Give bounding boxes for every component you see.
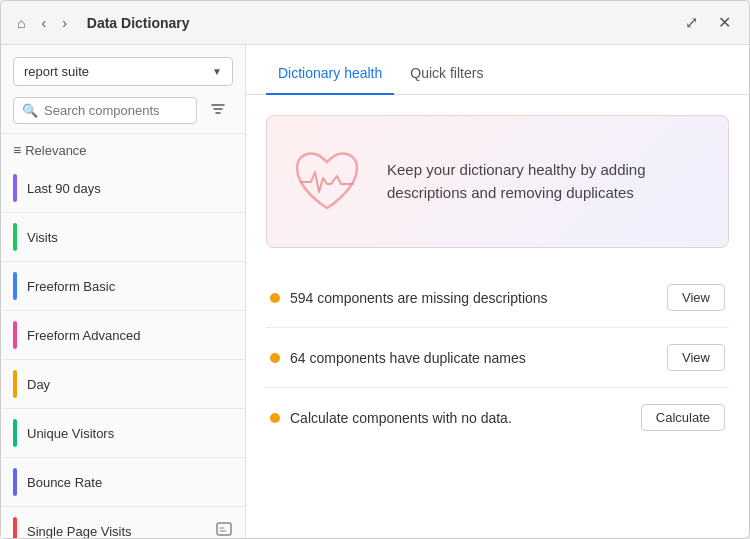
status-dot — [270, 413, 280, 423]
sidebar: report suite ▼ 🔍 — [1, 45, 246, 538]
home-icon: ⌂ — [17, 15, 25, 31]
sort-row: ≡ Relevance — [1, 134, 245, 164]
check-left: Calculate components with no data. — [270, 410, 512, 426]
resize-button[interactable]: ⤢ — [679, 11, 704, 34]
status-dot — [270, 353, 280, 363]
list-item[interactable]: Single Page Visits — [1, 507, 245, 538]
list-item[interactable]: Day — [1, 360, 245, 409]
check-action-button[interactable]: Calculate — [641, 404, 725, 431]
back-button[interactable]: ‹ — [37, 13, 50, 33]
color-bar — [13, 321, 17, 349]
title-bar-left: ⌂ ‹ › Data Dictionary — [13, 13, 190, 33]
list-item[interactable]: Freeform Basic — [1, 262, 245, 311]
search-row: 🔍 — [13, 96, 233, 125]
main-content: report suite ▼ 🔍 — [1, 45, 749, 538]
check-label: Calculate components with no data. — [290, 410, 512, 426]
panel-body: Keep your dictionary healthy by adding d… — [246, 95, 749, 538]
svg-rect-0 — [217, 523, 231, 535]
sort-icon: ≡ — [13, 142, 21, 158]
list-item[interactable]: Unique Visitors — [1, 409, 245, 458]
check-item: 594 components are missing descriptions … — [266, 268, 729, 328]
right-panel: Dictionary healthQuick filters Keep your… — [246, 45, 749, 538]
health-banner-text: Keep your dictionary healthy by adding d… — [387, 159, 708, 204]
item-label: Freeform Basic — [27, 279, 233, 294]
checks-list: 594 components are missing descriptions … — [266, 268, 729, 447]
tab-dictionary-health[interactable]: Dictionary health — [266, 51, 394, 95]
color-bar — [13, 517, 17, 538]
item-label: Visits — [27, 230, 233, 245]
check-item: 64 components have duplicate names View — [266, 328, 729, 388]
item-label: Freeform Advanced — [27, 328, 233, 343]
search-input[interactable] — [44, 103, 188, 118]
list-item[interactable]: Freeform Advanced — [1, 311, 245, 360]
tab-quick-filters[interactable]: Quick filters — [398, 51, 495, 95]
report-suite-label: report suite — [24, 64, 89, 79]
item-badge — [215, 520, 233, 538]
color-bar — [13, 419, 17, 447]
item-label: Bounce Rate — [27, 475, 233, 490]
check-action-button[interactable]: View — [667, 344, 725, 371]
close-button[interactable]: ✕ — [712, 11, 737, 34]
search-icon: 🔍 — [22, 103, 38, 118]
list-item[interactable]: Bounce Rate — [1, 458, 245, 507]
search-box: 🔍 — [13, 97, 197, 124]
check-item: Calculate components with no data. Calcu… — [266, 388, 729, 447]
color-bar — [13, 370, 17, 398]
title-bar: ⌂ ‹ › Data Dictionary ⤢ ✕ — [1, 1, 749, 45]
forward-button[interactable]: › — [58, 13, 71, 33]
item-label: Day — [27, 377, 233, 392]
check-left: 64 components have duplicate names — [270, 350, 526, 366]
resize-icon: ⤢ — [685, 14, 698, 31]
window-title: Data Dictionary — [87, 15, 190, 31]
list-items: Last 90 days Visits Freeform Basic Freef… — [1, 164, 245, 538]
color-bar — [13, 272, 17, 300]
color-bar — [13, 223, 17, 251]
heart-icon-container — [287, 140, 367, 223]
status-dot — [270, 293, 280, 303]
list-item[interactable]: Visits — [1, 213, 245, 262]
sidebar-top: report suite ▼ 🔍 — [1, 45, 245, 134]
item-label: Unique Visitors — [27, 426, 233, 441]
color-bar — [13, 174, 17, 202]
item-label: Last 90 days — [27, 181, 233, 196]
home-button[interactable]: ⌂ — [13, 13, 29, 33]
check-label: 594 components are missing descriptions — [290, 290, 548, 306]
title-bar-right: ⤢ ✕ — [679, 11, 737, 34]
chevron-down-icon: ▼ — [212, 66, 222, 77]
sort-label: Relevance — [25, 143, 86, 158]
filter-icon — [210, 103, 226, 120]
health-banner: Keep your dictionary healthy by adding d… — [266, 115, 729, 248]
check-left: 594 components are missing descriptions — [270, 290, 548, 306]
item-label: Single Page Visits — [27, 524, 215, 539]
back-icon: ‹ — [41, 15, 46, 31]
report-suite-select[interactable]: report suite ▼ — [13, 57, 233, 86]
filter-button[interactable] — [203, 96, 233, 125]
check-action-button[interactable]: View — [667, 284, 725, 311]
close-icon: ✕ — [718, 14, 731, 31]
tabs-row: Dictionary healthQuick filters — [246, 45, 749, 95]
check-label: 64 components have duplicate names — [290, 350, 526, 366]
list-item[interactable]: Last 90 days — [1, 164, 245, 213]
color-bar — [13, 468, 17, 496]
main-window: ⌂ ‹ › Data Dictionary ⤢ ✕ rep — [0, 0, 750, 539]
forward-icon: › — [62, 15, 67, 31]
